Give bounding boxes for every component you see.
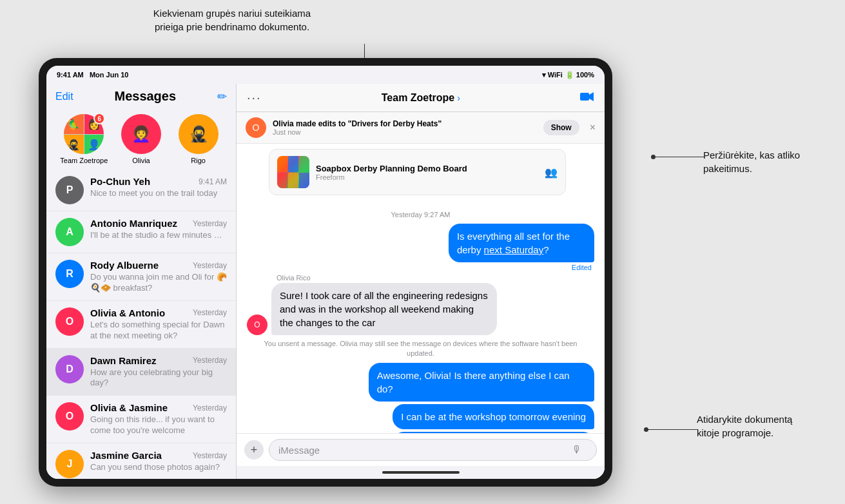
- add-attachment-button[interactable]: +: [244, 440, 264, 460]
- pinned-item-olivia[interactable]: 👩‍🦱 Olivia: [117, 114, 165, 164]
- pinned-name-olivia: Olivia: [132, 157, 150, 164]
- conv-content: Po-Chun Yeh 9:41 AM Nice to meet you on …: [90, 176, 227, 198]
- right-bottom-callout: Atidarykite dokumentą kitoje programoje.: [697, 412, 832, 440]
- msg-row-sent-3: I can be at the workshop tomorrow evenin…: [247, 404, 594, 429]
- message-bubble: Awesome, Olivia! Is there anything else …: [369, 363, 594, 402]
- compose-button[interactable]: ✏: [217, 90, 227, 104]
- notification-banner: O Olivia made edits to "Drivers for Derb…: [237, 112, 605, 144]
- shared-doc-card[interactable]: Soapbox Derby Planning Demo Board Freefo…: [269, 149, 566, 195]
- system-message: You unsent a message. Olivia may still s…: [260, 339, 581, 359]
- pinned-area: 🦜 👩 🥷 👤 6 Team Zoetrope 👩‍🦱 Olivia: [46, 108, 236, 170]
- conv-item-olivia-jasmine[interactable]: O Olivia & Jasmine Yesterday Going on th…: [46, 396, 236, 443]
- notif-subtext: Just now: [273, 128, 537, 136]
- conv-item-rody[interactable]: R Rody Albuerne Yesterday Do you wanna j…: [46, 253, 236, 301]
- chat-title-area[interactable]: Team Zoetrope ›: [382, 92, 460, 104]
- conv-avatar-olivia-jasmine: O: [55, 402, 84, 431]
- conv-avatar-po-chun: P: [55, 176, 84, 204]
- conv-avatar-antonio: A: [55, 218, 84, 246]
- conv-content: Antonio Manriquez Yesterday I'll be at t…: [90, 218, 227, 240]
- chat-title: Team Zoetrope: [382, 92, 455, 104]
- conv-content: Olivia & Jasmine Yesterday Going on this…: [90, 402, 227, 436]
- conversation-list: P Po-Chun Yeh 9:41 AM Nice to meet you o…: [46, 170, 236, 479]
- pinned-item-team-zoetrope[interactable]: 🦜 👩 🥷 👤 6 Team Zoetrope: [60, 114, 108, 164]
- input-placeholder: iMessage: [278, 445, 320, 456]
- status-right: ▾ WiFi 🔋 100%: [542, 71, 594, 79]
- status-time: 9:41 AM Mon Jun 10: [57, 71, 128, 79]
- pinned-avatar-rigo: 🥷: [179, 114, 219, 154]
- edit-button[interactable]: Edit: [55, 91, 73, 102]
- mic-button[interactable]: 🎙: [572, 444, 582, 456]
- unread-badge: 6: [93, 113, 105, 124]
- callout-line-right-bottom: [646, 429, 698, 430]
- conv-content: Olivia & Antonio Yesterday Let's do some…: [90, 307, 227, 342]
- timestamp-1: Yesterday 9:27 AM: [247, 211, 594, 218]
- doc-thumbnail: [277, 156, 309, 188]
- conv-item-po-chun[interactable]: P Po-Chun Yeh 9:41 AM Nice to meet you o…: [46, 170, 236, 211]
- pinned-avatar-olivia: 👩‍🦱: [121, 114, 161, 154]
- top-callout: Kiekvienam grupės nariui suteikiama prie…: [129, 6, 335, 34]
- msg-row-received-1: O Sure! I took care of all the engineeri…: [247, 283, 594, 335]
- callout-dot-right-top: [651, 155, 656, 159]
- msg-row-sent-1: Is everything all set for the derby next…: [247, 224, 594, 271]
- sidebar: Edit Messages ✏ 🦜 👩 🥷 👤: [46, 84, 237, 479]
- ipad-screen: 9:41 AM Mon Jun 10 ▾ WiFi 🔋 100% Edit Me…: [46, 66, 605, 479]
- home-bar: [382, 471, 460, 474]
- doc-name: Soapbox Derby Planning Demo Board: [316, 164, 538, 173]
- conv-item-antonio[interactable]: A Antonio Manriquez Yesterday I'll be at…: [46, 211, 236, 253]
- conv-avatar-rody: R: [55, 260, 84, 288]
- notif-content: Olivia made edits to "Drivers for Derby …: [273, 119, 537, 136]
- conv-item-jasmine[interactable]: J Jasmine Garcia Yesterday Can you send …: [46, 443, 236, 479]
- pinned-name-team-zoetrope: Team Zoetrope: [60, 157, 108, 164]
- conv-avatar-dawn: D: [55, 355, 84, 383]
- more-options-icon[interactable]: ···: [247, 90, 262, 105]
- main-layout: Edit Messages ✏ 🦜 👩 🥷 👤: [46, 84, 605, 479]
- right-top-callout: Peržiūrėkite, kas atliko pakeitimus.: [703, 148, 832, 175]
- battery-icon: 🔋 100%: [565, 71, 594, 79]
- pinned-name-rigo: Rigo: [191, 157, 206, 164]
- notif-avatar: O: [246, 117, 266, 138]
- wifi-icon: ▾ WiFi: [542, 71, 563, 79]
- svg-marker-1: [589, 92, 594, 101]
- message-bubble: Sure! I took care of all the engineering…: [271, 283, 497, 335]
- ipad-frame: 9:41 AM Mon Jun 10 ▾ WiFi 🔋 100% Edit Me…: [39, 58, 612, 487]
- status-bar: 9:41 AM Mon Jun 10 ▾ WiFi 🔋 100%: [46, 66, 605, 84]
- home-indicator: [237, 466, 605, 479]
- conv-content: Rody Albuerne Yesterday Do you wanna joi…: [90, 260, 227, 294]
- sidebar-title: Messages: [73, 89, 217, 104]
- conv-avatar-olivia-antonio: O: [55, 307, 84, 336]
- chevron-right-icon: ›: [457, 93, 460, 103]
- show-button[interactable]: Show: [543, 120, 579, 135]
- doc-info: Soapbox Derby Planning Demo Board Freefo…: [316, 164, 538, 181]
- close-notification-button[interactable]: ×: [590, 122, 596, 133]
- message-input-field[interactable]: iMessage 🎙: [269, 439, 597, 461]
- edited-label: Edited: [572, 264, 594, 271]
- video-call-button[interactable]: [580, 90, 594, 105]
- conv-avatar-jasmine: J: [55, 450, 84, 478]
- conv-content: Jasmine Garcia Yesterday Can you send th…: [90, 450, 227, 472]
- sidebar-header: Edit Messages ✏: [46, 84, 236, 108]
- callout-line-right-top: [653, 157, 704, 157]
- messages-area[interactable]: Yesterday 9:27 AM Is everything all set …: [237, 200, 605, 433]
- conv-content: Dawn Ramirez Yesterday How are you celeb…: [90, 355, 227, 389]
- notif-text: Olivia made edits to "Drivers for Derby …: [273, 119, 537, 128]
- sender-label: Olivia Rico: [247, 274, 594, 282]
- chat-area: ··· Team Zoetrope › O: [237, 84, 605, 479]
- pinned-item-rigo[interactable]: 🥷 Rigo: [174, 114, 222, 164]
- message-bubble: I can be at the workshop tomorrow evenin…: [393, 404, 594, 429]
- doc-app: Freeform: [316, 173, 538, 181]
- received-avatar: O: [247, 315, 267, 335]
- svg-rect-0: [580, 93, 589, 101]
- conv-item-olivia-antonio[interactable]: O Olivia & Antonio Yesterday Let's do so…: [46, 301, 236, 349]
- doc-share-icon: 👥: [545, 166, 558, 179]
- conv-item-dawn[interactable]: D Dawn Ramirez Yesterday How are you cel…: [46, 349, 236, 396]
- chat-header: ··· Team Zoetrope ›: [237, 84, 605, 112]
- message-input-area: + iMessage 🎙: [237, 433, 605, 466]
- msg-row-sent-2: Awesome, Olivia! Is there anything else …: [247, 363, 594, 402]
- callout-dot-right-bottom: [644, 427, 648, 432]
- message-bubble: Is everything all set for the derby next…: [449, 224, 594, 262]
